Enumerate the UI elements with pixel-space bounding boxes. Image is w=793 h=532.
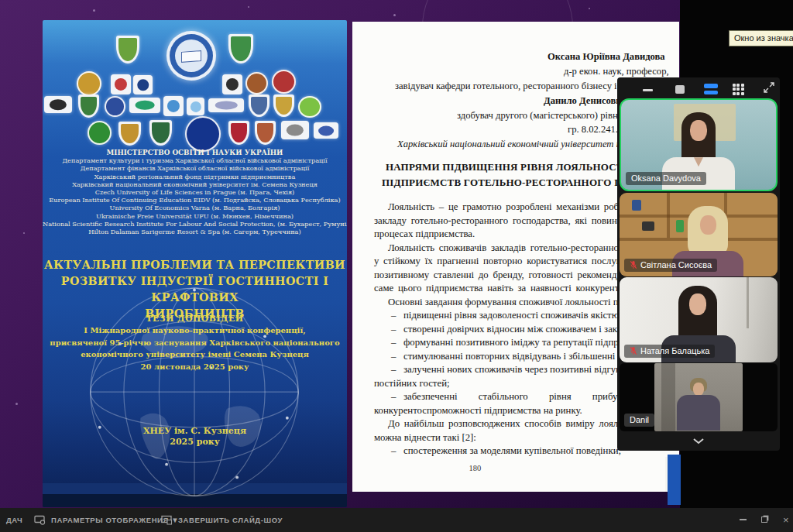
slideshow-toolbar: ДАЧ ПАРАМЕТРЫ ОТОБРАЖЕНИЯ ▼ ЗАВЕРШИТЬ СЛ… (0, 508, 793, 532)
video-tile-natalia[interactable]: Наталя Балацька (620, 277, 778, 362)
end-slideshow-icon[interactable] (161, 515, 173, 527)
participant-name-label: Danil (624, 414, 654, 427)
title-line: АКТУАЛЬНІ ПРОБЛЕМИ ТА ПЕРСПЕКТИВИ (43, 257, 347, 273)
sparkle (23, 232, 25, 234)
university-emblem-logo (166, 31, 216, 81)
ministry-line: Харківський регіональний фонд підтримки … (43, 173, 347, 180)
organizer-logo (88, 121, 112, 145)
slide-cover-page: МІНІСТЕРСТВО ОСВІТИ І НАУКИ УКРАЇНИ Депа… (43, 20, 347, 507)
organizer-logo (222, 74, 242, 94)
organizer-logo (273, 94, 294, 117)
video-tile-oksana[interactable]: Oksana Davydova (620, 98, 778, 191)
participant-name-label: Oksana Davydova (626, 172, 706, 185)
portrait-video (654, 363, 743, 431)
subtitle-line: економічного університету імені Семена К… (43, 348, 347, 360)
organizer-logo (44, 96, 72, 113)
sparkle (15, 403, 18, 405)
screen-share-region: МІНІСТЕРСТВО ОСВІТИ І НАУКИ УКРАЇНИ Депа… (0, 0, 680, 508)
screen: МІНІСТЕРСТВО ОСВІТИ І НАУКИ УКРАЇНИ Депа… (0, 0, 793, 532)
organizer-logo (187, 98, 204, 115)
organizer-logo (78, 94, 99, 118)
door-frame (747, 277, 749, 328)
sparkle (93, 9, 95, 12)
blue-accent-block (668, 455, 681, 505)
display-options-button[interactable]: ПАРАМЕТРЫ ОТОБРАЖЕНИЯ ▼ (51, 516, 179, 524)
organizer-logo (255, 121, 276, 145)
ministry-line: Департамент культури і туризма Харківськ… (43, 156, 347, 164)
display-settings-icon[interactable] (34, 515, 46, 527)
participant-name-label: Наталя Балацька (624, 345, 715, 358)
participant-name-label: Світлана Сисоєва (624, 259, 717, 272)
video-tile-danil[interactable]: Danil (620, 363, 778, 431)
ministry-line: National Scientific Research Institute F… (43, 220, 347, 228)
ministry-line: Харківський національний економічний уні… (43, 180, 347, 188)
video-panel-toolbar (617, 77, 780, 98)
ministry-line: Департамент фінансів Харківської обласно… (43, 164, 347, 172)
video-participants-panel: Oksana Davydova Світл (617, 77, 780, 451)
organizer-logo (116, 36, 139, 63)
shelf-item (642, 221, 654, 231)
organizer-logo (133, 75, 153, 94)
organizer-logo (298, 96, 321, 118)
window-minimize-button[interactable] (734, 513, 751, 527)
video-tile-svitlana[interactable]: Світлана Сисоєва (620, 193, 778, 276)
author-line: гр. 8.02.241.0 (568, 122, 623, 137)
muted-mic-icon (630, 346, 637, 355)
collapse-panel-button[interactable] (617, 431, 780, 451)
footer-line: 2025 року (43, 437, 347, 448)
expand-panel-icon[interactable] (763, 81, 775, 97)
organizer-logo (228, 34, 253, 63)
chevron-down-icon (692, 438, 705, 444)
organizer-logo (77, 71, 101, 96)
conference-subtitle: ТЕЗИ ДОПОВІДЕЙ І Міжнародної науково-пра… (43, 313, 347, 372)
organizer-logo (185, 116, 221, 152)
organizer-logo (249, 94, 269, 117)
partial-toolbar-label: ДАЧ (6, 516, 22, 524)
ministry-line: Ukrainische Freie Universität UFU (м. Мю… (43, 212, 347, 220)
subtitle-line: присвяченої 95-річчю заснування Харківсь… (43, 337, 347, 348)
speaker-view-icon[interactable] (704, 84, 718, 94)
sparkle (393, 14, 396, 16)
minimize-panel-icon[interactable] (643, 89, 653, 91)
ministry-line: European Institute Of Continuing Educati… (43, 196, 347, 204)
shelf-item (632, 200, 641, 211)
muted-mic-icon (630, 260, 637, 269)
participant-video-figure (671, 378, 726, 431)
organizer-logo (245, 72, 268, 94)
page-number: 180 (352, 464, 598, 472)
organizer-logo (281, 121, 309, 139)
organizer-logo (129, 98, 160, 113)
organizer-logo (228, 121, 249, 145)
ministry-line: МІНІСТЕРСТВО ОСВІТИ І НАУКИ УКРАЇНИ (43, 149, 347, 156)
cover-footer: ХНЕУ ім. С. Кузнеця 2025 року (43, 426, 347, 448)
footer-line: ХНЕУ ім. С. Кузнеця (43, 426, 347, 437)
organizer-logo (111, 74, 131, 94)
organizer-logo (163, 96, 184, 116)
ministry-line: Hilton Dalaman Sarigerme Resort & Spa (м… (43, 228, 347, 235)
organizer-logo (149, 120, 172, 146)
window-restore-button[interactable] (756, 513, 773, 527)
subtitle-line: І Міжнародної науково-практичної конфере… (43, 324, 347, 336)
organizer-logo (314, 122, 338, 139)
end-slideshow-button[interactable]: ЗАВЕРШИТЬ СЛАЙД-ШОУ (178, 516, 283, 524)
stop-video-layout-icon[interactable] (675, 85, 685, 94)
window-close-button[interactable]: × (778, 513, 793, 527)
ministry-line: Czech University of Life Sciences in Pra… (43, 188, 347, 196)
organizer-logo (208, 98, 244, 112)
title-line: РОЗВИТКУ ІНДУСТРІЇ ГОСТИННОСТІ І КРАФТОВ… (43, 273, 347, 306)
sparkle (248, 6, 249, 8)
sparkle (589, 8, 590, 9)
author-line: д-р екон. наук, професор, (564, 64, 669, 79)
subtitle-line: 20 листопада 2025 року (43, 361, 347, 372)
organizer-logo (105, 96, 125, 117)
subtitle-line: ТЕЗИ ДОПОВІДЕЙ (43, 313, 347, 324)
ministry-line: University Of Economics Varna (м. Варна,… (43, 204, 347, 211)
author-line: Оксана Юріївна Давидова (548, 50, 665, 64)
logos-grid (43, 23, 347, 155)
organizer-logo (272, 70, 296, 94)
tooltip-window-from-icon: Окно из значка (729, 30, 793, 46)
organizer-logo (118, 122, 141, 146)
organizers-list: МІНІСТЕРСТВО ОСВІТИ І НАУКИ УКРАЇНИ Депа… (43, 149, 347, 235)
gallery-view-icon[interactable] (733, 84, 744, 95)
